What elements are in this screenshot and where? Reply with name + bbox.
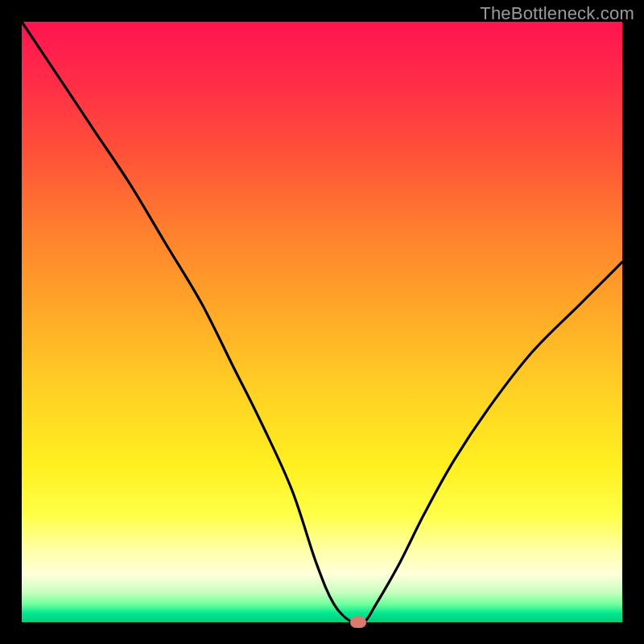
optimum-marker xyxy=(350,617,366,628)
plot-area xyxy=(22,22,622,622)
chart-frame: TheBottleneck.com xyxy=(0,0,644,644)
watermark-text: TheBottleneck.com xyxy=(480,3,634,24)
bottleneck-curve xyxy=(22,22,622,622)
